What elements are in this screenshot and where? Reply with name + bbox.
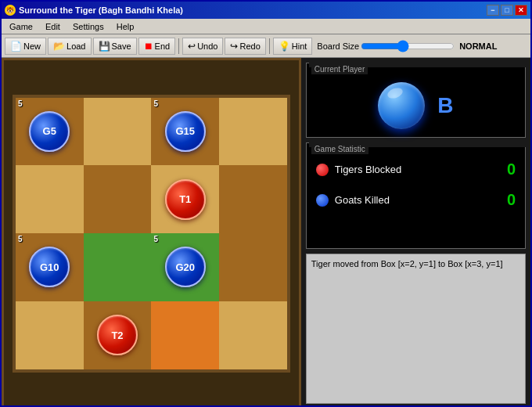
board-cell-r0c0[interactable]: 5G5 [16, 98, 84, 166]
log-section: Tiger moved from Box [x=2, y=1] to Box [… [306, 254, 526, 404]
redo-label: Redo [239, 41, 260, 51]
menu-settings[interactable]: Settings [66, 20, 110, 33]
board-cell-r2c2[interactable]: 5G20 [151, 233, 219, 301]
board-cell-r2c1[interactable] [84, 233, 152, 301]
goats-killed-icon [316, 194, 329, 207]
title-bar-left: 🐯 Surround the Tiger (Bagh Bandhi Khela) [5, 5, 183, 16]
menu-help[interactable]: Help [110, 20, 141, 33]
board-area: 5G55G15T15G105G20T2 [2, 58, 301, 407]
stat-left-tigers: Tigers Blocked [316, 164, 402, 176]
piece-T1[interactable]: T1 [165, 179, 206, 220]
toolbar-separator-1 [178, 38, 179, 54]
save-button[interactable]: Save [93, 38, 137, 55]
board-cell-r2c3[interactable] [219, 233, 287, 301]
log-text: Tiger moved from Box [x=2, y=1] to Box [… [311, 258, 520, 271]
hint-label: Hint [292, 41, 307, 51]
board-cell-r1c0[interactable] [16, 165, 84, 233]
load-icon [53, 41, 65, 52]
piece-G15[interactable]: G15 [165, 111, 206, 152]
board-cell-r3c2[interactable] [151, 301, 219, 369]
app-icon: 🐯 [5, 5, 16, 16]
stat-left-goats: Goats Killed [316, 194, 390, 207]
num-label-G5: 5 [18, 99, 23, 108]
save-icon [99, 41, 110, 52]
num-label-G20: 5 [153, 235, 158, 243]
current-player-section: Current Player B [306, 63, 526, 138]
player-sphere [378, 82, 425, 129]
hint-button[interactable]: Hint [273, 38, 313, 55]
menu-game[interactable]: Game [3, 20, 39, 33]
redo-icon [230, 41, 238, 52]
menu-bar: Game Edit Settings Help [2, 19, 530, 34]
window-title: Surround the Tiger (Bagh Bandhi Khela) [19, 5, 183, 15]
undo-label: Undo [197, 41, 217, 51]
right-panel: Current Player B Game Statistic [301, 58, 530, 407]
stats-label: Game Statistic [315, 145, 365, 153]
load-button[interactable]: Load [48, 38, 91, 55]
save-label: Save [112, 41, 131, 51]
board-cell-r2c0[interactable]: 5G10 [16, 233, 84, 301]
board-cell-r1c3[interactable] [219, 165, 287, 233]
player-letter: B [437, 93, 453, 118]
minimize-button[interactable]: − [487, 5, 499, 16]
num-label-G15: 5 [153, 99, 158, 108]
piece-G20[interactable]: G20 [165, 247, 206, 287]
redo-button[interactable]: Redo [225, 38, 265, 55]
end-button[interactable]: End [138, 38, 176, 55]
current-player-inner: B [307, 74, 525, 137]
undo-icon [188, 41, 196, 52]
board-cell-r0c2[interactable]: 5G15 [151, 98, 219, 166]
menu-edit[interactable]: Edit [39, 20, 66, 33]
toolbar-separator-2 [269, 38, 270, 54]
tigers-blocked-row: Tigers Blocked 0 [316, 160, 516, 178]
board-size-label: Board Size [317, 41, 359, 51]
piece-G10[interactable]: G10 [29, 247, 70, 287]
maximize-button[interactable]: □ [501, 5, 513, 16]
end-icon [144, 41, 153, 52]
load-label: Load [66, 41, 85, 51]
goats-killed-row: Goats Killed 0 [316, 191, 516, 209]
new-icon [10, 41, 22, 52]
main-content: 5G55G15T15G105G20T2 Current Player B Gam… [2, 58, 530, 407]
board-size-slider[interactable] [361, 40, 455, 52]
piece-G5[interactable]: G5 [29, 111, 70, 152]
hint-icon [279, 41, 290, 52]
stats-section: Game Statistic Tigers Blocked 0 Goats Ki [306, 142, 526, 249]
toolbar: New Load Save End Undo Redo Hint Board S… [2, 34, 530, 58]
current-player-label: Current Player [315, 65, 365, 74]
tigers-blocked-label: Tigers Blocked [335, 164, 402, 175]
board-cell-r1c1[interactable] [84, 165, 152, 233]
goats-killed-value: 0 [507, 191, 516, 209]
goats-killed-label: Goats Killed [335, 194, 390, 206]
new-button[interactable]: New [5, 38, 46, 55]
tigers-blocked-value: 0 [507, 160, 516, 178]
board-cell-r3c3[interactable] [219, 301, 287, 369]
board-cell-r1c2[interactable]: T1 [151, 165, 219, 233]
board-cell-r3c0[interactable] [16, 301, 84, 369]
board-cell-r3c1[interactable]: T2 [84, 301, 152, 369]
close-button[interactable]: ✕ [515, 5, 527, 16]
stats-inner: Tigers Blocked 0 Goats Killed 0 [307, 154, 525, 248]
new-label: New [23, 41, 41, 51]
game-board[interactable]: 5G55G15T15G105G20T2 [13, 95, 290, 373]
tigers-blocked-icon [316, 164, 329, 176]
board-cell-r0c3[interactable] [219, 98, 287, 166]
title-bar: 🐯 Surround the Tiger (Bagh Bandhi Khela)… [2, 2, 530, 19]
normal-label: NORMAL [459, 41, 497, 51]
piece-T2[interactable]: T2 [97, 315, 138, 355]
title-controls[interactable]: − □ ✕ [487, 5, 527, 16]
num-label-G10: 5 [18, 235, 23, 243]
undo-button[interactable]: Undo [182, 38, 223, 55]
board-cell-r0c1[interactable] [84, 98, 152, 166]
end-label: End [155, 41, 171, 51]
